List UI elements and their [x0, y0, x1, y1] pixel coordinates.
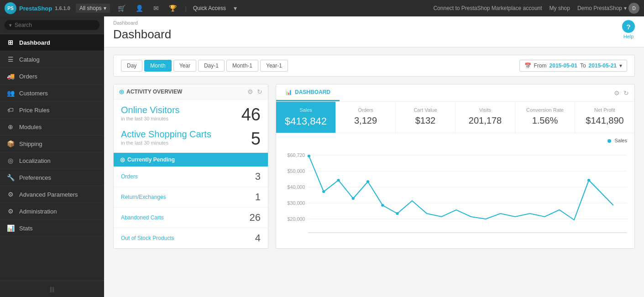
chart-panel-actions: ⚙ ↻ [614, 89, 629, 97]
help-button[interactable]: ? Help [622, 20, 635, 39]
pending-item-returns: Return/Exchanges 1 [114, 187, 268, 208]
sidebar: ▾ ⊞ Dashboard ☰ Catalog 🚚 Orders 👥 Custo… [0, 16, 104, 297]
stat-col-conversion: Conversion Rate 1.56% [515, 102, 575, 133]
chart-dot [337, 179, 340, 182]
stat-net-profit-value: $141,890 [582, 115, 627, 126]
period-day[interactable]: Day [121, 60, 142, 72]
connect-marketplace-link[interactable]: Connect to PrestaShop Marketplace accoun… [433, 5, 542, 11]
period-month-1[interactable]: Month-1 [226, 60, 258, 72]
sidebar-item-label: Customers [19, 90, 48, 97]
administration-icon: ⚙ [6, 208, 15, 215]
settings-icon[interactable]: ⚙ [247, 88, 253, 95]
dashboard-icon: ⊞ [6, 39, 15, 46]
period-month[interactable]: Month [144, 60, 171, 72]
envelope-icon[interactable]: ✉ [151, 5, 161, 12]
pending-out-of-stock-link[interactable]: Out of Stock Products [121, 235, 174, 241]
sidebar-item-preferences[interactable]: 🔧 Preferences [0, 169, 104, 186]
search-box: ▾ [0, 16, 104, 34]
date-range-picker[interactable]: 📅 From 2015-05-01 To 2015-05-21 ▾ [519, 60, 627, 72]
help-label: Help [623, 34, 634, 39]
sidebar-item-label: Dashboard [19, 39, 50, 46]
svg-text:$30,000: $30,000 [287, 201, 305, 206]
sidebar-item-shipping[interactable]: 📦 Shipping [0, 135, 104, 152]
stat-col-cart-value: Cart Value $132 [396, 102, 456, 133]
chart-dot [308, 155, 310, 157]
date-range-dropdown-icon: ▾ [619, 63, 622, 69]
dashboard-tab-label: DASHBOARD [295, 89, 330, 95]
sidebar-item-label: Shipping [19, 141, 42, 147]
stat-col-sales: Sales $413,842 [276, 102, 336, 133]
search-dropdown-icon[interactable]: ▾ [9, 22, 12, 28]
sidebar-item-label: Orders [19, 73, 37, 80]
quick-access-dropdown-icon[interactable]: ▾ [231, 5, 239, 12]
stat-col-visits: Visits 201,178 [456, 102, 515, 133]
quick-access-button[interactable]: Quick Access [193, 5, 226, 11]
pending-out-of-stock-count: 4 [255, 232, 261, 244]
chart-dot [322, 190, 325, 193]
date-from-label: From [534, 63, 547, 69]
sidebar-item-localization[interactable]: ◎ Localization [0, 152, 104, 169]
demo-user-menu[interactable]: Demo PrestaShop ▾ D [577, 3, 639, 14]
logo-icon: PS [5, 2, 16, 14]
sidebar-item-price-rules[interactable]: 🏷 Price Rules [0, 102, 104, 119]
chart-dot [367, 180, 369, 183]
pending-returns-link[interactable]: Return/Exchanges [121, 194, 166, 200]
sidebar-item-dashboard[interactable]: ⊞ Dashboard [0, 34, 104, 51]
pending-abandoned-carts-link[interactable]: Abandoned Carts [121, 214, 163, 221]
sidebar-item-stats[interactable]: 📊 Stats [0, 220, 104, 237]
dashboard-tab[interactable]: 📊 DASHBOARD [276, 84, 340, 101]
sidebar-item-label: Stats [19, 225, 33, 232]
chart-settings-icon[interactable]: ⚙ [614, 89, 620, 97]
svg-text:$20,000: $20,000 [287, 217, 305, 222]
person-icon[interactable]: 👤 [133, 5, 146, 12]
panels-row: ◎ ACTIVITY OVERVIEW ⚙ ↻ Online Visitors [113, 84, 635, 249]
stat-cart-label: Cart Value [403, 107, 448, 113]
page-title: Dashboard [113, 27, 171, 42]
main-layout: ▾ ⊞ Dashboard ☰ Catalog 🚚 Orders 👥 Custo… [0, 16, 644, 297]
logo-area: PS PrestaShop 1.6.1.0 [5, 2, 70, 14]
svg-text:$40,000: $40,000 [287, 185, 305, 190]
period-day-1[interactable]: Day-1 [198, 60, 225, 72]
shipping-icon: 📦 [6, 140, 15, 147]
currently-pending-label: Currently Pending [127, 156, 175, 163]
page-header: Dashboard Dashboard ? Help [104, 16, 644, 47]
active-carts-value: 5 [251, 129, 261, 149]
search-wrapper[interactable]: ▾ [5, 20, 99, 30]
cart-icon[interactable]: 🛒 [115, 5, 128, 12]
sidebar-item-advanced-parameters[interactable]: ⚙ Advanced Parameters [0, 186, 104, 203]
chart-panel-header: 📊 DASHBOARD ⚙ ↻ [276, 84, 634, 102]
search-input[interactable] [15, 22, 95, 28]
period-year-1[interactable]: Year-1 [260, 60, 288, 72]
my-shop-link[interactable]: My shop [550, 5, 570, 11]
refresh-icon[interactable]: ↻ [257, 88, 262, 95]
collapse-icon: ||| [50, 286, 54, 292]
sidebar-item-catalog[interactable]: ☰ Catalog [0, 51, 104, 68]
sidebar-item-label: Administration [19, 208, 57, 215]
stat-col-orders: Orders 3,129 [336, 102, 396, 133]
advanced-icon: ⚙ [6, 191, 15, 198]
sidebar-item-modules[interactable]: ⊕ Modules [0, 119, 104, 135]
chart-dot [587, 179, 590, 182]
sidebar-item-administration[interactable]: ⚙ Administration [0, 203, 104, 220]
chart-refresh-icon[interactable]: ↻ [623, 89, 629, 97]
period-year[interactable]: Year [173, 60, 196, 72]
activity-panel-header: ◎ ACTIVITY OVERVIEW ⚙ ↻ [114, 84, 268, 99]
stat-conversion-value: 1.56% [523, 115, 567, 126]
stat-visits-value: 201,178 [463, 115, 508, 126]
trophy-icon[interactable]: 🏆 [167, 5, 179, 12]
all-shops-button[interactable]: All shops ▾ [76, 4, 110, 13]
sales-chart: $60,720 $50,000 $40,000 $30,000 $20,000 [283, 146, 627, 237]
activity-circle-icon: ◎ [119, 89, 124, 95]
pending-item-abandoned-carts: Abandoned Carts 26 [114, 208, 268, 228]
sidebar-collapse-button[interactable]: ||| [0, 281, 104, 297]
nav-divider: | [185, 5, 187, 12]
filter-bar: Day Month Year Day-1 Month-1 Year-1 📅 Fr… [113, 55, 635, 77]
svg-text:$50,000: $50,000 [287, 169, 305, 174]
pending-orders-link[interactable]: Orders [121, 173, 138, 180]
sidebar-item-customers[interactable]: 👥 Customers [0, 85, 104, 102]
date-from-value: 2015-05-01 [550, 63, 577, 69]
sidebar-item-label: Preferences [19, 174, 51, 181]
sidebar-item-orders[interactable]: 🚚 Orders [0, 68, 104, 85]
orders-icon: 🚚 [6, 73, 15, 80]
legend-sales-label: Sales [614, 138, 627, 143]
